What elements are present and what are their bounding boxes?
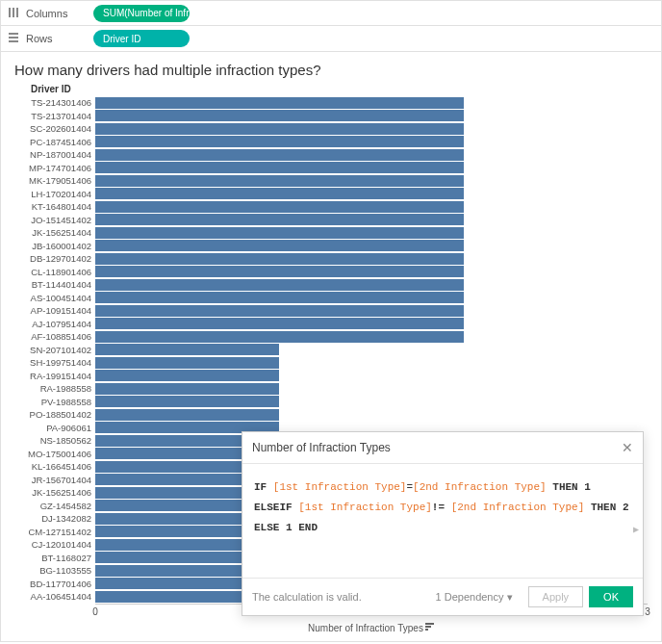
bar-cell	[95, 266, 648, 277]
bar[interactable]	[95, 383, 279, 395]
apply-button[interactable]: Apply	[528, 586, 584, 607]
row-label: JK-156251406	[14, 487, 95, 498]
axis-tick: 0	[92, 606, 98, 617]
columns-shelf[interactable]: Columns SUM(Number of Infr..	[1, 1, 661, 26]
bar[interactable]	[95, 136, 464, 147]
row-label: AF-108851406	[14, 331, 95, 342]
table-row: DB-129701402	[14, 252, 648, 265]
rows-shelf[interactable]: Rows Driver ID	[1, 26, 661, 51]
sort-icon[interactable]	[425, 623, 435, 633]
table-row: TS-213701404	[14, 110, 648, 122]
bar[interactable]	[95, 409, 279, 421]
row-header-label: Driver ID	[31, 84, 648, 94]
bar[interactable]	[95, 279, 464, 291]
bar-cell	[95, 123, 648, 135]
row-label: PA-906061	[14, 423, 95, 433]
row-label: SN-207101402	[14, 345, 95, 355]
bar[interactable]	[95, 162, 464, 173]
table-row: MP-174701406	[14, 162, 648, 174]
table-row: PC-187451406	[14, 136, 648, 148]
bar-cell	[95, 214, 648, 225]
bar[interactable]	[95, 370, 279, 381]
row-label: BT-1168027	[14, 553, 95, 563]
row-label: PC-187451406	[14, 137, 95, 147]
bar[interactable]	[95, 227, 464, 239]
row-label: NS-1850562	[14, 435, 95, 446]
row-label: TS-214301406	[14, 97, 95, 108]
row-label: CJ-120101404	[14, 539, 95, 550]
row-label: MO-175001406	[14, 449, 95, 459]
row-label: JO-151451402	[14, 215, 95, 225]
rows-icon	[9, 33, 20, 44]
svg-rect-5	[9, 40, 18, 42]
bar[interactable]	[95, 188, 464, 199]
bar[interactable]	[95, 123, 464, 135]
calc-status: The calculation is valid.	[252, 591, 436, 603]
bar[interactable]	[95, 214, 464, 225]
table-row: NP-187001404	[14, 148, 648, 161]
table-row: TS-214301406	[14, 96, 648, 109]
table-row: SC-202601404	[14, 122, 648, 135]
bar[interactable]	[95, 175, 464, 187]
rows-label: Rows	[26, 33, 93, 44]
row-label: RA-1988558	[14, 383, 95, 394]
bar[interactable]	[95, 396, 279, 407]
columns-pill[interactable]: SUM(Number of Infr..	[93, 5, 190, 22]
svg-rect-2	[16, 8, 18, 17]
row-label: TS-213701404	[14, 111, 95, 121]
row-label: NP-187001404	[14, 149, 95, 160]
row-label: AA-106451404	[14, 591, 95, 602]
bar[interactable]	[95, 240, 464, 251]
bar-cell	[95, 201, 648, 213]
bar[interactable]	[95, 110, 464, 121]
bar[interactable]	[95, 266, 464, 277]
table-row: AF-108851406	[14, 330, 648, 343]
table-row: AS-100451404	[14, 292, 648, 304]
bar[interactable]	[95, 292, 464, 303]
bar[interactable]	[95, 318, 464, 329]
bar[interactable]	[95, 97, 464, 109]
chevron-right-icon[interactable]: ▶	[633, 521, 639, 539]
bar-cell	[95, 149, 648, 161]
svg-rect-6	[425, 623, 434, 625]
bar-cell	[95, 279, 648, 291]
calc-title: Number of Infraction Types	[252, 441, 391, 454]
bar-cell	[95, 396, 648, 407]
calc-formula[interactable]: IF [1st Infraction Type]=[2nd Infraction…	[242, 464, 643, 578]
visualization-area: How many drivers had multiple infraction…	[0, 52, 662, 642]
table-row: CL-118901406	[14, 266, 648, 278]
table-row: BT-114401404	[14, 278, 648, 291]
dependency-dropdown[interactable]: 1 Dependency ▾	[436, 591, 513, 604]
row-label: JK-156251404	[14, 227, 95, 238]
bar-cell	[95, 240, 648, 251]
bar[interactable]	[95, 305, 464, 317]
table-row: SH-199751404	[14, 356, 648, 369]
row-label: CL-118901406	[14, 267, 95, 277]
calculation-editor[interactable]: Number of Infraction Types ✕ IF [1st Inf…	[242, 431, 644, 616]
bar[interactable]	[95, 253, 464, 265]
bar[interactable]	[95, 344, 279, 355]
ok-button[interactable]: OK	[589, 586, 633, 607]
row-label: CM-127151402	[14, 527, 95, 537]
svg-rect-0	[9, 8, 11, 17]
bar-cell	[95, 188, 648, 199]
table-row: JB-160001402	[14, 240, 648, 252]
bar-cell	[95, 227, 648, 239]
table-row: PV-1988558	[14, 396, 648, 408]
row-label: AS-100451404	[14, 293, 95, 303]
bar[interactable]	[95, 149, 464, 161]
row-label: JB-160001402	[14, 241, 95, 251]
close-icon[interactable]: ✕	[622, 440, 633, 455]
table-row: AP-109151404	[14, 304, 648, 317]
row-label: BD-117701406	[14, 579, 95, 589]
bar[interactable]	[95, 331, 464, 343]
row-label: SC-202601404	[14, 123, 95, 134]
bar-cell	[95, 370, 648, 381]
bar[interactable]	[95, 201, 464, 213]
row-label: PV-1988558	[14, 397, 95, 407]
bar-cell	[95, 383, 648, 395]
bar[interactable]	[95, 357, 279, 369]
table-row: RA-1988558	[14, 382, 648, 395]
x-axis-label: Number of Infraction Types	[95, 623, 648, 633]
rows-pill[interactable]: Driver ID	[93, 30, 190, 47]
